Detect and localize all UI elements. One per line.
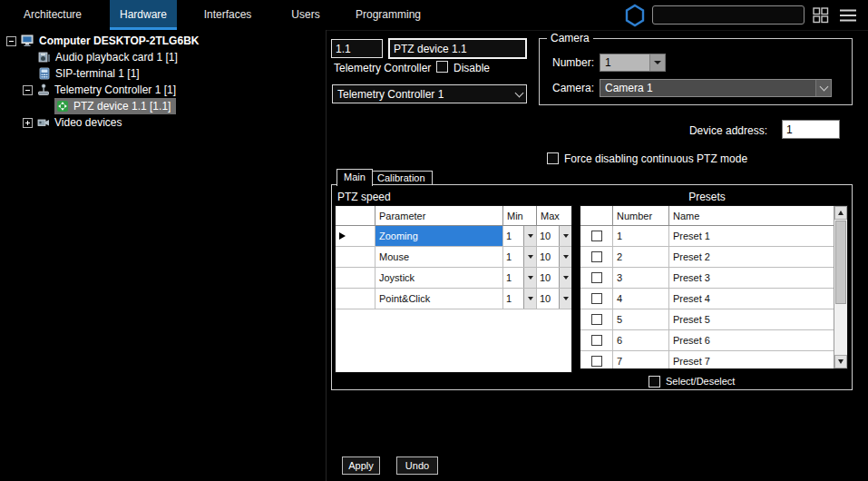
undo-button[interactable]: Undo bbox=[396, 456, 438, 475]
tree-expander-minus-icon[interactable] bbox=[23, 85, 33, 95]
dropdown-button[interactable] bbox=[523, 289, 536, 309]
dropdown-button[interactable] bbox=[523, 268, 536, 288]
presets-scrollbar[interactable] bbox=[834, 206, 847, 368]
preset-row: 7 Preset 7 bbox=[580, 351, 847, 369]
preset-number-cell[interactable]: 4 bbox=[613, 289, 669, 309]
parameter-cell[interactable]: Mouse bbox=[375, 247, 503, 267]
preset-name-cell[interactable]: Preset 4 bbox=[669, 289, 834, 309]
row-selector-cell[interactable] bbox=[336, 268, 375, 288]
preset-checkbox[interactable] bbox=[591, 335, 602, 346]
max-value[interactable]: 10 bbox=[537, 231, 559, 241]
dropdown-button[interactable] bbox=[559, 289, 571, 309]
menu-icon[interactable] bbox=[839, 8, 857, 23]
preset-number-cell[interactable]: 1 bbox=[613, 226, 669, 246]
camera-number-select[interactable]: 1 bbox=[600, 54, 666, 72]
max-value[interactable]: 10 bbox=[537, 251, 559, 262]
preset-number-cell[interactable]: 7 bbox=[613, 351, 669, 369]
tree-expander-minus-icon[interactable] bbox=[6, 36, 16, 46]
tab-main[interactable]: Main bbox=[336, 169, 373, 186]
preset-checkbox-cell bbox=[580, 351, 613, 369]
tree-item-audio-card[interactable]: Audio playback card 1 [1] bbox=[38, 49, 178, 65]
row-selector-cell[interactable] bbox=[336, 247, 375, 267]
max-value[interactable]: 10 bbox=[537, 293, 559, 304]
device-address-field[interactable] bbox=[782, 120, 840, 139]
grid-view-icon[interactable] bbox=[812, 6, 830, 25]
preset-checkbox-cell bbox=[580, 309, 613, 329]
tree-item-computer[interactable]: Computer DESKTOP-2TLG6BK bbox=[6, 33, 199, 49]
device-id-field[interactable] bbox=[331, 39, 383, 58]
device-address-label: Device address: bbox=[662, 124, 767, 137]
preset-checkbox[interactable] bbox=[591, 293, 602, 304]
preset-number-cell[interactable]: 2 bbox=[613, 247, 669, 267]
scroll-up-button[interactable] bbox=[834, 206, 847, 220]
current-row-arrow-icon bbox=[339, 232, 346, 240]
preset-name-cell[interactable]: Preset 7 bbox=[669, 351, 834, 369]
camera-select[interactable]: Camera 1 bbox=[600, 79, 832, 97]
preset-number-cell[interactable]: 5 bbox=[613, 309, 669, 329]
min-value[interactable]: 1 bbox=[503, 251, 523, 262]
preset-checkbox[interactable] bbox=[591, 272, 602, 283]
tree-item-sip-terminal[interactable]: SIP-terminal 1 [1] bbox=[38, 65, 140, 82]
parameter-cell[interactable]: Zooming bbox=[375, 226, 503, 246]
min-value[interactable]: 1 bbox=[503, 293, 523, 304]
preset-number-cell[interactable]: 3 bbox=[613, 268, 669, 288]
tree-item-label: Telemetry Controller 1 [1] bbox=[54, 83, 176, 96]
preset-name-cell[interactable]: Preset 3 bbox=[669, 268, 834, 288]
camera-group-title: Camera bbox=[547, 32, 593, 44]
device-name-field[interactable] bbox=[388, 38, 527, 59]
force-ptz-checkbox[interactable] bbox=[547, 152, 559, 164]
apply-button[interactable]: Apply bbox=[342, 456, 380, 475]
preset-name-cell[interactable]: Preset 6 bbox=[669, 330, 834, 350]
top-navigation-bar: Architecture Hardware Interfaces Users P… bbox=[0, 0, 868, 31]
nav-tab-interfaces[interactable]: Interfaces bbox=[184, 0, 271, 30]
row-selector-cell[interactable] bbox=[336, 226, 375, 246]
disable-label: Disable bbox=[454, 62, 490, 74]
tree-expander-plus-icon[interactable] bbox=[23, 118, 33, 128]
dropdown-button[interactable] bbox=[559, 226, 571, 246]
video-devices-icon bbox=[37, 116, 50, 129]
max-cell: 10 bbox=[537, 247, 571, 267]
scroll-down-button[interactable] bbox=[834, 355, 847, 368]
tree-item-ptz-device[interactable]: PTZ device 1.1 [1.1] bbox=[54, 98, 176, 114]
row-selector-cell[interactable] bbox=[336, 289, 375, 309]
preset-checkbox[interactable] bbox=[591, 356, 602, 367]
nav-tab-users[interactable]: Users bbox=[278, 0, 334, 30]
app-window: Architecture Hardware Interfaces Users P… bbox=[0, 0, 868, 481]
min-header: Min bbox=[503, 206, 537, 225]
nav-tab-programming[interactable]: Programming bbox=[339, 0, 437, 30]
tree-item-label: PTZ device 1.1 [1.1] bbox=[73, 100, 171, 113]
sip-terminal-icon bbox=[38, 67, 51, 80]
nav-tab-hardware[interactable]: Hardware bbox=[110, 0, 177, 30]
search-input[interactable] bbox=[652, 5, 805, 25]
dropdown-button[interactable] bbox=[523, 226, 536, 246]
min-value[interactable]: 1 bbox=[503, 272, 523, 283]
dropdown-button[interactable] bbox=[559, 247, 571, 267]
select-deselect-label: Select/Deselect bbox=[666, 376, 735, 387]
preset-name-cell[interactable]: Preset 5 bbox=[669, 309, 834, 329]
preset-name-cell[interactable]: Preset 2 bbox=[669, 247, 834, 267]
telemetry-controller-select[interactable]: Telemetry Controller 1 bbox=[332, 84, 527, 103]
preset-checkbox[interactable] bbox=[591, 231, 602, 241]
camera-number-label: Number: bbox=[552, 56, 594, 69]
nav-tab-architecture[interactable]: Architecture bbox=[0, 0, 105, 30]
preset-checkbox[interactable] bbox=[591, 314, 602, 325]
presets-header-row: Number Name bbox=[580, 206, 847, 226]
tree-item-video-devices[interactable]: Video devices bbox=[23, 114, 122, 131]
preset-number-cell[interactable]: 6 bbox=[613, 330, 669, 350]
dropdown-button[interactable] bbox=[523, 247, 536, 267]
select-deselect-checkbox[interactable] bbox=[649, 376, 660, 388]
dropdown-button[interactable] bbox=[559, 268, 571, 288]
max-value[interactable]: 10 bbox=[537, 272, 559, 283]
preset-checkbox[interactable] bbox=[591, 251, 602, 262]
preset-row: 1 Preset 1 bbox=[580, 226, 847, 247]
scrollbar-thumb[interactable] bbox=[835, 221, 846, 304]
preset-row: 3 Preset 3 bbox=[580, 268, 847, 289]
tree-item-telemetry-controller[interactable]: Telemetry Controller 1 [1] bbox=[23, 82, 176, 98]
min-value[interactable]: 1 bbox=[503, 231, 523, 241]
disable-checkbox[interactable] bbox=[436, 61, 448, 73]
checkbox-header-cell bbox=[580, 206, 613, 225]
corner-header-cell bbox=[336, 206, 375, 225]
parameter-cell[interactable]: Joystick bbox=[375, 268, 503, 288]
parameter-cell[interactable]: Point&Click bbox=[375, 289, 503, 309]
preset-name-cell[interactable]: Preset 1 bbox=[669, 226, 834, 246]
